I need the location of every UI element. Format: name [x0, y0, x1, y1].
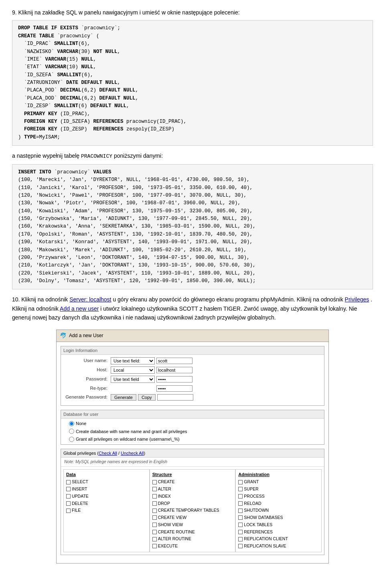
priv-replication-slave: REPLICATION SLAVE: [238, 543, 319, 549]
code-block-1: DROP TABLE IF EXISTS `pracownicy`; CREAT…: [12, 20, 373, 146]
priv-show-databases: SHOW DATABASES: [238, 515, 319, 521]
priv-drop: DROP: [152, 501, 233, 507]
password-type-select[interactable]: Use text field: [111, 376, 155, 383]
administration-col-title: Administration: [238, 471, 319, 478]
db-option-wildcard: Grant all privileges on wildcard name (u…: [69, 436, 324, 443]
privileges-link[interactable]: Privileges: [345, 296, 369, 303]
priv-alter: ALTER: [152, 486, 233, 492]
db-none-radio[interactable]: [69, 421, 74, 426]
login-info-panel: Login Information User name: Use text fi…: [61, 346, 324, 406]
password-label: Password:: [65, 376, 109, 383]
mysql-icon: 🐬: [60, 332, 67, 340]
priv-create-routine: CREATE ROUTINE: [152, 529, 233, 535]
password-input[interactable]: [156, 376, 192, 383]
replication-slave-checkbox[interactable]: [238, 544, 243, 548]
alter-routine-checkbox[interactable]: [152, 537, 157, 541]
create-checkbox[interactable]: [152, 480, 157, 484]
data-col-title: Data: [66, 471, 147, 478]
structure-privileges-col: Structure CREATE ALTER INDEX: [150, 469, 236, 552]
reload-checkbox[interactable]: [238, 501, 243, 506]
section-10: 10. Kliknij na odnośnik Server: localhos…: [12, 295, 373, 563]
database-for-user-title: Database for user: [61, 410, 324, 419]
priv-update: UPDATE: [66, 493, 147, 500]
priv-file: FILE: [66, 507, 147, 514]
grant-checkbox[interactable]: [238, 480, 243, 484]
username-type-select[interactable]: Use text field:: [111, 357, 155, 364]
priv-reload: RELOAD: [238, 501, 319, 507]
priv-replication-client: REPLICATION CLIENT: [238, 536, 319, 542]
drop-checkbox[interactable]: [152, 501, 157, 506]
priv-alter-routine: ALTER ROUTINE: [152, 536, 233, 542]
retype-row: Re-type:: [65, 385, 320, 392]
insert-checkbox[interactable]: [66, 487, 71, 491]
db-option-same-name: Create database with same name and grant…: [69, 428, 324, 435]
retype-label: Re-type:: [65, 385, 109, 392]
priv-create-view: CREATE VIEW: [152, 515, 233, 521]
shutdown-checkbox[interactable]: [238, 509, 243, 513]
priv-super: SUPER: [238, 486, 319, 492]
super-checkbox[interactable]: [238, 487, 243, 491]
replication-client-checkbox[interactable]: [238, 537, 243, 541]
priv-grant: GRANT: [238, 479, 319, 485]
generated-password-input[interactable]: [157, 394, 193, 401]
global-privileges-title: Global privileges (Check All / Uncheck A…: [61, 449, 324, 458]
login-info-title: Login Information: [61, 346, 324, 355]
delete-checkbox[interactable]: [66, 501, 71, 506]
create-routine-checkbox[interactable]: [152, 530, 157, 534]
show-view-checkbox[interactable]: [152, 523, 157, 527]
copy-button[interactable]: Copy: [138, 394, 156, 401]
username-row: User name: Use text field:: [65, 357, 320, 364]
priv-create: CREATE: [152, 479, 233, 485]
priv-show-view: SHOW VIEW: [152, 522, 233, 528]
priv-shutdown: SHUTDOWN: [238, 507, 319, 514]
host-type-select[interactable]: Local: [111, 366, 155, 374]
file-checkbox[interactable]: [66, 509, 71, 513]
priv-select: SELECT: [66, 479, 147, 485]
server-localhost-link[interactable]: Server: localhost: [69, 296, 111, 303]
alter-checkbox[interactable]: [152, 487, 157, 491]
host-label: Host:: [65, 366, 109, 373]
references-checkbox[interactable]: [238, 530, 243, 534]
database-options-group: None Create database with same name and …: [61, 419, 324, 444]
db-option-none: None: [69, 420, 324, 427]
check-all-link[interactable]: Check All: [99, 451, 117, 456]
username-label: User name:: [65, 357, 109, 364]
add-new-user-link[interactable]: Add a new user: [60, 305, 99, 312]
privileges-grid: Data SELECT INSERT UPDATE: [61, 467, 324, 555]
update-checkbox[interactable]: [66, 494, 71, 498]
administration-privileges-col: Administration GRANT SUPER PROCESS: [235, 469, 322, 552]
privileges-note: Note: MySQL privilege names are expresse…: [61, 458, 324, 467]
host-input[interactable]: [156, 367, 192, 373]
priv-insert: INSERT: [66, 486, 147, 492]
priv-delete: DELETE: [66, 501, 147, 507]
process-checkbox[interactable]: [238, 494, 243, 498]
execute-checkbox[interactable]: [152, 544, 157, 548]
screenshot-box: 🐬 Add a new User Login Information User …: [56, 330, 329, 564]
data-privileges-col: Data SELECT INSERT UPDATE: [63, 469, 150, 552]
select-checkbox[interactable]: [66, 480, 71, 484]
section-9-middle: a następnie wypełnij tabelę PRACOWNICY p…: [12, 151, 373, 161]
priv-create-temp: CREATE TEMPORARY TABLES: [152, 507, 233, 514]
generate-button[interactable]: Generate: [111, 394, 136, 401]
login-info-content: User name: Use text field: Host: Local: [61, 355, 324, 405]
create-temp-checkbox[interactable]: [152, 509, 157, 513]
index-checkbox[interactable]: [152, 494, 157, 498]
generate-password-row: Generate Password: Generate Copy: [65, 394, 320, 401]
uncheck-all-link[interactable]: Uncheck All: [121, 451, 144, 456]
db-same-name-radio[interactable]: [69, 429, 74, 434]
retype-input[interactable]: [156, 385, 192, 392]
screenshot-inner: Login Information User name: Use text fi…: [57, 342, 328, 563]
show-databases-checkbox[interactable]: [238, 515, 243, 520]
priv-process: PROCESS: [238, 493, 319, 500]
host-row: Host: Local: [65, 366, 320, 374]
priv-index: INDEX: [152, 493, 233, 500]
lock-tables-checkbox[interactable]: [238, 523, 243, 527]
code-block-2: INSERT INTO `pracownicy` VALUES (100, 'M…: [12, 164, 373, 290]
priv-execute: EXECUTE: [152, 543, 233, 549]
username-input[interactable]: [156, 358, 192, 364]
structure-col-title: Structure: [152, 471, 233, 478]
screenshot-title: Add a new User: [69, 332, 103, 339]
create-view-checkbox[interactable]: [152, 515, 157, 520]
generate-password-label: Generate Password:: [65, 394, 109, 401]
db-wildcard-radio[interactable]: [69, 437, 74, 442]
